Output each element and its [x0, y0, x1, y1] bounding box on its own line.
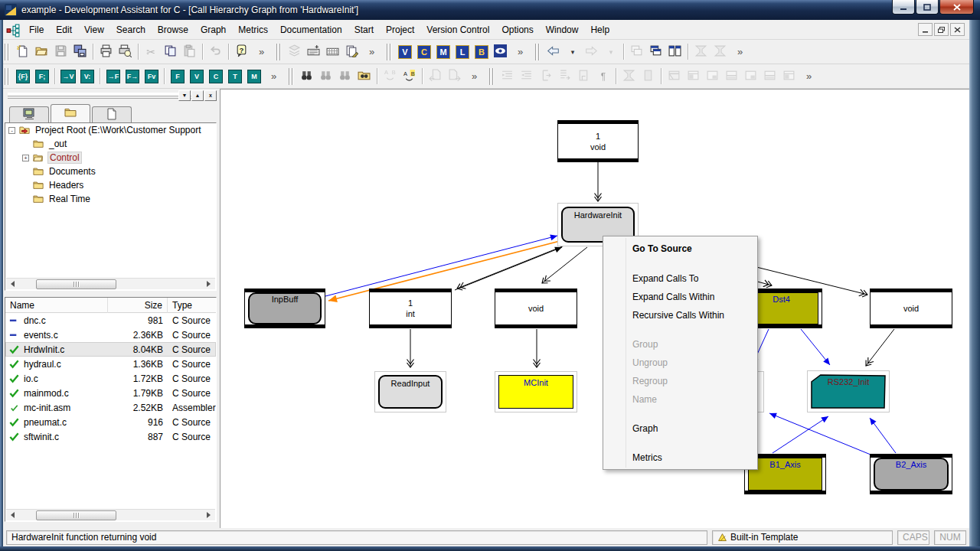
toolbar-gripper[interactable]	[387, 44, 392, 60]
toolbar-button[interactable]: »	[361, 42, 381, 61]
toolbar-button[interactable]: →F	[103, 67, 122, 86]
menu-item[interactable]: Graph	[194, 21, 232, 38]
panel-tab[interactable]	[92, 106, 132, 122]
scroll-right-button[interactable]	[204, 510, 215, 521]
toolbar-button[interactable]	[96, 42, 116, 61]
toolbar-button[interactable]: V:	[77, 67, 96, 86]
tree-expander[interactable]: +	[22, 155, 29, 161]
scroll-thumb[interactable]	[36, 279, 116, 289]
toolbar-button[interactable]: »	[730, 42, 749, 61]
graph-node-entry[interactable]: 1void	[557, 120, 639, 162]
mdi-close-button[interactable]	[950, 23, 965, 36]
column-header-name[interactable]: Name	[5, 298, 108, 313]
context-menu-item[interactable]: Graph	[603, 419, 757, 438]
toolbar-button[interactable]: F→	[122, 67, 142, 86]
file-row[interactable]: HrdwInit.c 8.04KB C Source	[5, 342, 216, 357]
menu-item[interactable]: Project	[380, 21, 420, 38]
graph-node-void-right[interactable]: void	[870, 289, 952, 328]
graph-node-mcinit[interactable]: MCInit	[495, 371, 577, 412]
call-hierarchy-canvas[interactable]: 1void HardwareInit InpBuff 1int void Dst…	[220, 89, 969, 528]
toolbar-button[interactable]	[116, 42, 135, 61]
tree-expander[interactable]: -	[8, 127, 15, 134]
menu-item[interactable]: File	[23, 21, 50, 38]
panel-tab[interactable]	[9, 106, 49, 122]
toolbar-gripper[interactable]	[5, 68, 10, 85]
menu-item[interactable]: Options	[495, 21, 539, 38]
context-menu-item[interactable]: Expand Calls Within	[603, 288, 757, 306]
toolbar-button[interactable]: »	[251, 42, 270, 61]
toolbar-gripper[interactable]	[276, 44, 282, 60]
toolbar-button[interactable]	[32, 42, 51, 61]
context-menu-item[interactable]: Expand Calls To	[603, 269, 757, 288]
panel-down-button[interactable]: ▼	[178, 90, 191, 101]
file-row[interactable]: pneumat.c 916 C Source	[5, 415, 216, 429]
toolbar-button[interactable]: →V	[58, 67, 77, 86]
graph-node-b2axis[interactable]: B2_Axis	[870, 454, 952, 494]
toolbar-button[interactable]: L	[452, 42, 472, 61]
panel-up-button[interactable]: ▲	[191, 90, 204, 101]
context-menu-item[interactable]: Metrics	[603, 448, 757, 467]
graph-node-readinput[interactable]: ReadInput	[374, 371, 446, 412]
toolbar-button[interactable]: ?	[232, 42, 251, 61]
scroll-left-button[interactable]	[6, 510, 18, 521]
file-row[interactable]: mc-init.asm 2.52KB Assembler	[5, 400, 216, 415]
graph-node-inpbuff[interactable]: InpBuff	[244, 289, 325, 328]
close-button[interactable]	[939, 0, 974, 15]
toolbar-button[interactable]: V	[395, 42, 414, 61]
toolbar-button[interactable]	[544, 42, 563, 61]
file-row[interactable]: io.c 1.72KB C Source	[5, 371, 216, 386]
toolbar-gripper[interactable]	[289, 68, 294, 85]
graph-node-int[interactable]: 1int	[369, 289, 452, 328]
context-menu-item[interactable]: Recursive Calls Within	[603, 306, 757, 324]
panel-close-button[interactable]: x	[204, 90, 217, 101]
scroll-left-button[interactable]	[6, 279, 18, 290]
tree-item[interactable]: - Project Root (E:\Work\Customer Support	[5, 123, 216, 137]
menu-item[interactable]: View	[78, 21, 110, 38]
toolbar-button[interactable]: »	[263, 67, 283, 86]
menu-item[interactable]: Version Control	[420, 21, 495, 38]
panel-gripper[interactable]	[8, 96, 197, 98]
menu-item[interactable]: Browse	[152, 21, 194, 38]
toolbar-button[interactable]: {F}	[13, 67, 32, 86]
toolbar-button[interactable]	[70, 42, 90, 61]
menu-item[interactable]: Window	[540, 21, 585, 38]
toolbar-button[interactable]: B	[472, 42, 491, 61]
menu-item[interactable]: Documentation	[274, 21, 348, 38]
menu-item[interactable]: Edit	[50, 21, 78, 38]
toolbar-button[interactable]	[354, 67, 374, 86]
column-header-type[interactable]: Type	[168, 298, 216, 313]
toolbar-gripper[interactable]	[489, 68, 495, 85]
toolbar-button[interactable]: T	[225, 67, 244, 86]
menu-item[interactable]: Metrics	[232, 21, 274, 38]
toolbar-button[interactable]: M	[244, 67, 263, 86]
file-row[interactable]: dnc.c 981 C Source	[5, 313, 216, 328]
graph-node-rs232init[interactable]: RS232_Init	[807, 370, 890, 412]
menu-item[interactable]: Start	[348, 21, 380, 38]
toolbar-button[interactable]	[646, 42, 665, 61]
scroll-right-button[interactable]	[204, 279, 215, 290]
minimize-button[interactable]	[892, 0, 915, 15]
toolbar-button[interactable]: »	[464, 67, 483, 86]
toolbar-gripper[interactable]	[535, 44, 541, 60]
toolbar-button[interactable]	[13, 42, 32, 61]
menu-item[interactable]: Help	[584, 21, 616, 38]
toolbar-button[interactable]: Fv	[142, 67, 161, 86]
toolbar-button[interactable]	[491, 42, 510, 61]
toolbar-button[interactable]: »	[799, 67, 818, 86]
column-header-size[interactable]: Size	[108, 298, 168, 313]
toolbar-button[interactable]: AB	[400, 67, 419, 86]
scroll-thumb[interactable]	[36, 510, 116, 520]
toolbar-button[interactable]: C	[206, 67, 225, 86]
toolbar-button[interactable]: »	[510, 42, 529, 61]
toolbar-button[interactable]	[342, 42, 361, 61]
toolbar-button[interactable]	[297, 67, 316, 86]
toolbar-button[interactable]	[304, 42, 323, 61]
toolbar-button[interactable]: F	[168, 67, 187, 86]
file-row[interactable]: events.c 2.36KB C Source	[5, 328, 216, 342]
file-row[interactable]: sftwinit.c 887 C Source	[5, 429, 216, 444]
toolbar-gripper[interactable]	[5, 44, 10, 60]
tree-item[interactable]: + Control	[5, 151, 216, 165]
file-hscrollbar[interactable]	[6, 509, 215, 520]
tree-item[interactable]: Real Time	[5, 192, 216, 206]
menu-item[interactable]: Search	[110, 21, 152, 38]
